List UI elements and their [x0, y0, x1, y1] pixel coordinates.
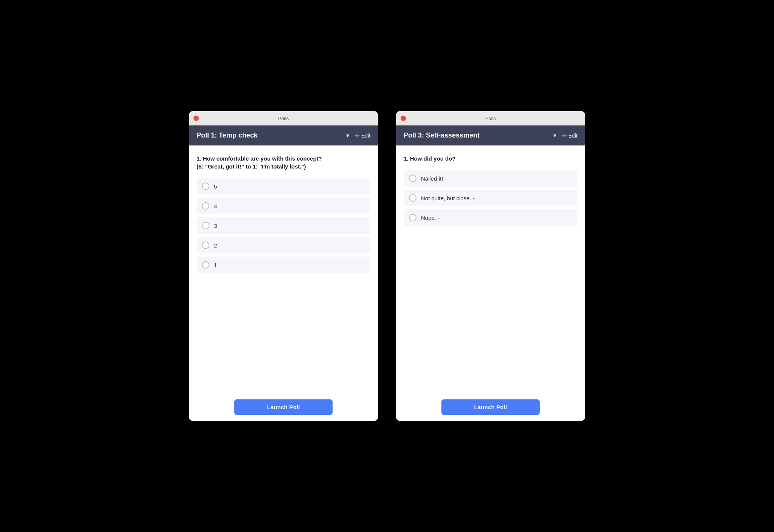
option-label-2: 2: [214, 242, 217, 249]
radio-nope[interactable]: [409, 214, 416, 221]
option-label-3: 3: [214, 223, 217, 229]
option-row-1-4[interactable]: 4: [197, 198, 370, 214]
radio-3[interactable]: [202, 222, 209, 229]
poll-header-2: Poll 3: Self-assessment ▾ ✏ Edit: [396, 125, 585, 145]
edit-button-2[interactable]: ✏ Edit: [562, 133, 577, 139]
option-row-1-5[interactable]: 5: [197, 178, 370, 195]
window-title-1: Polls: [278, 116, 289, 121]
option-label-close: Not quite, but close. -: [421, 195, 475, 201]
poll-header-1: Poll 1: Temp check ▾ ✏ Edit: [189, 125, 378, 145]
option-label-nailed: Nailed it! -: [421, 175, 447, 182]
poll1-window: Polls Poll 1: Temp check ▾ ✏ Edit 1. How…: [189, 111, 378, 421]
poll-header-actions-1: ▾ ✏ Edit: [346, 132, 370, 139]
poll-footer-2: Launch Poll: [396, 393, 585, 421]
close-icon-2[interactable]: [401, 116, 406, 121]
launch-poll-button-1[interactable]: Launch Poll: [234, 399, 333, 415]
poll-footer-1: Launch Poll: [189, 393, 378, 421]
radio-nailed[interactable]: [409, 175, 416, 182]
radio-2[interactable]: [202, 241, 209, 249]
poll-content-2: 1. How did you do? Nailed it! - Not quit…: [396, 145, 585, 393]
option-row-2-3[interactable]: Nope. -: [404, 209, 577, 226]
poll-content-1: 1. How comfortable are you with this con…: [189, 145, 378, 393]
title-bar-2: Polls: [396, 111, 585, 125]
chevron-down-icon-2[interactable]: ▾: [553, 132, 556, 139]
window-title-2: Polls: [485, 116, 496, 121]
chevron-down-icon-1[interactable]: ▾: [346, 132, 349, 139]
launch-poll-button-2[interactable]: Launch Poll: [441, 399, 540, 415]
option-label-5: 5: [214, 183, 217, 190]
poll-header-actions-2: ▾ ✏ Edit: [553, 132, 577, 139]
radio-5[interactable]: [202, 182, 209, 190]
radio-4[interactable]: [202, 202, 209, 210]
title-bar-1: Polls: [189, 111, 378, 125]
option-row-1-3[interactable]: 3: [197, 217, 370, 234]
question-text-1: 1. How comfortable are you with this con…: [197, 155, 370, 170]
poll2-window: Polls Poll 3: Self-assessment ▾ ✏ Edit 1…: [396, 111, 585, 421]
option-row-2-1[interactable]: Nailed it! -: [404, 170, 577, 187]
radio-1[interactable]: [202, 261, 209, 269]
option-label-4: 4: [214, 203, 217, 209]
edit-button-1[interactable]: ✏ Edit: [355, 133, 370, 139]
option-label-1: 1: [214, 262, 217, 268]
close-icon[interactable]: [194, 116, 199, 121]
option-label-nope: Nope. -: [421, 215, 440, 221]
option-row-1-2[interactable]: 2: [197, 237, 370, 254]
option-row-1-1[interactable]: 1: [197, 257, 370, 273]
poll-title-2: Poll 3: Self-assessment: [404, 131, 480, 139]
question-text-2: 1. How did you do?: [404, 155, 577, 162]
radio-close[interactable]: [409, 194, 416, 202]
option-row-2-2[interactable]: Not quite, but close. -: [404, 190, 577, 206]
poll-title-1: Poll 1: Temp check: [197, 131, 258, 139]
